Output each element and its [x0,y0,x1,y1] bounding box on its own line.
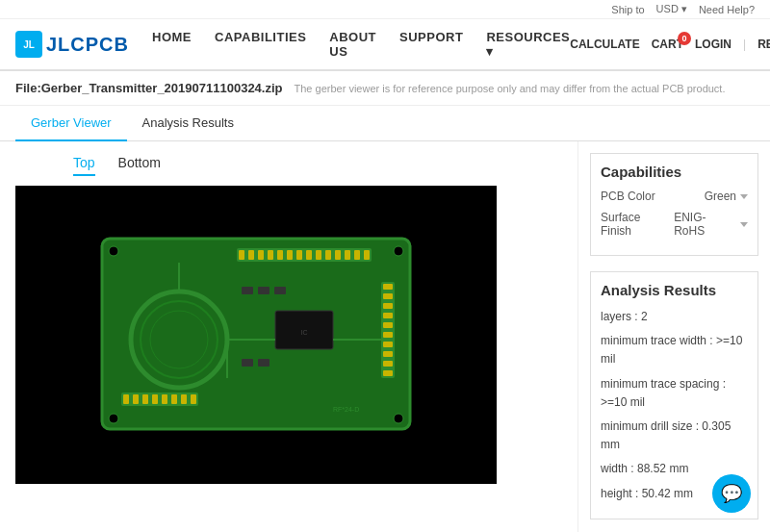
svg-rect-4 [237,248,372,262]
nav-item-capabilities[interactable]: CAPABILITIES [215,30,306,59]
pcb-color-row: PCB Color Green [601,190,748,203]
pcb-color-value: Green [705,190,736,203]
svg-text:RF*24-D: RF*24-D [333,406,359,413]
view-tabs: Top Bottom [15,151,562,176]
svg-rect-33 [123,394,129,404]
analysis-item-1: minimum trace width : >=10 mil [601,332,748,368]
top-bar: Ship to USD ▾ Need Help? [0,0,770,19]
svg-text:IC: IC [301,329,308,336]
svg-rect-39 [181,394,187,404]
analysis-item-3: minimum drill size : 0.305 mm [601,418,748,454]
svg-rect-41 [242,287,253,294]
tab-gerber-viewer[interactable]: Gerber Viewer [15,106,127,141]
content-area: Top Bottom [0,141,770,532]
svg-point-49 [394,414,403,423]
svg-point-46 [109,246,118,256]
svg-rect-28 [383,361,393,367]
cart-badge: 0 [678,32,691,45]
analysis-results-title: Analysis Results [601,282,748,298]
svg-rect-8 [268,250,273,260]
svg-rect-7 [258,250,264,260]
svg-rect-5 [239,250,244,260]
svg-rect-18 [364,250,370,260]
svg-rect-27 [383,351,393,357]
svg-rect-20 [383,284,393,290]
svg-rect-13 [316,250,321,260]
navbar: JL JLCPCB HOME CAPABILITIES ABOUT US SUP… [0,19,770,71]
svg-rect-12 [306,250,312,260]
svg-rect-40 [191,394,196,404]
svg-rect-25 [383,332,393,338]
svg-rect-24 [383,322,393,328]
file-name: File:Gerber_Transmitter_20190711100324.z… [15,81,283,95]
pcb-color-dropdown[interactable] [740,194,748,199]
svg-rect-26 [383,342,393,347]
svg-rect-23 [383,313,393,318]
nav-item-resources[interactable]: RESOURCES ▾ [486,30,570,59]
nav-item-home[interactable]: HOME [152,30,192,59]
tab-analysis-results[interactable]: Analysis Results [127,106,249,141]
view-tab-top[interactable]: Top [73,151,95,176]
svg-rect-45 [258,359,270,367]
svg-rect-22 [383,303,393,309]
svg-rect-16 [345,250,350,260]
pcb-viewer: Top Bottom [0,141,578,532]
cart-button[interactable]: CART 0 [652,38,683,51]
need-help[interactable]: Need Help? [699,4,755,15]
svg-rect-38 [171,394,177,404]
svg-rect-44 [242,359,253,367]
svg-rect-9 [277,250,283,260]
analysis-item-0: layers : 2 [601,308,748,326]
logo[interactable]: JL JLCPCB [15,31,129,58]
svg-rect-15 [335,250,341,260]
svg-point-47 [394,246,403,256]
svg-rect-37 [162,394,167,404]
view-tab-bottom[interactable]: Bottom [118,151,161,176]
svg-rect-29 [383,370,393,376]
svg-rect-21 [383,293,393,299]
pcb-canvas[interactable]: IC [15,186,497,484]
chat-button[interactable]: 💬 [712,474,751,513]
svg-rect-6 [248,250,254,260]
nav-divider: | [743,38,746,51]
nav-item-about[interactable]: ABOUT US [329,30,376,59]
surface-finish-value: ENIG-RoHS [674,211,736,238]
ship-to: Ship to [611,4,644,15]
file-note: The gerber viewer is for reference purpo… [295,83,726,94]
chat-icon: 💬 [721,483,742,504]
surface-finish-row: Surface Finish ENIG-RoHS [601,211,748,238]
pcb-color-label: PCB Color [601,190,655,203]
capabilities-section: Capabilities PCB Color Green Surface Fin… [590,153,758,256]
svg-rect-35 [142,394,148,404]
login-button[interactable]: LOGIN [695,38,732,51]
pcb-svg: IC [92,234,420,436]
nav-links: HOME CAPABILITIES ABOUT US SUPPORT RESOU… [152,30,570,59]
svg-rect-11 [296,250,302,260]
svg-rect-34 [133,394,139,404]
svg-rect-14 [325,250,331,260]
surface-finish-dropdown[interactable] [740,222,748,227]
svg-rect-42 [258,287,270,294]
nav-right: CALCULATE CART 0 LOGIN | REGISTER [570,38,770,51]
nav-item-support[interactable]: SUPPORT [399,30,463,59]
svg-rect-43 [274,287,286,294]
logo-text: JLCPCB [46,34,129,56]
svg-rect-10 [287,250,293,260]
file-info: File:Gerber_Transmitter_20190711100324.z… [0,71,770,106]
capabilities-title: Capabilities [601,164,748,180]
logo-icon: JL [15,31,42,58]
svg-point-48 [109,414,118,423]
surface-finish-label: Surface Finish [601,211,674,238]
currency-selector[interactable]: USD ▾ [656,3,687,15]
register-button[interactable]: REGISTER [757,38,770,51]
analysis-item-2: minimum trace spacing : >=10 mil [601,375,748,412]
svg-rect-17 [354,250,360,260]
calculate-button[interactable]: CALCULATE [570,38,639,51]
right-panel: Capabilities PCB Color Green Surface Fin… [578,141,770,532]
main-tabs: Gerber Viewer Analysis Results [0,106,770,141]
svg-rect-36 [152,394,158,404]
